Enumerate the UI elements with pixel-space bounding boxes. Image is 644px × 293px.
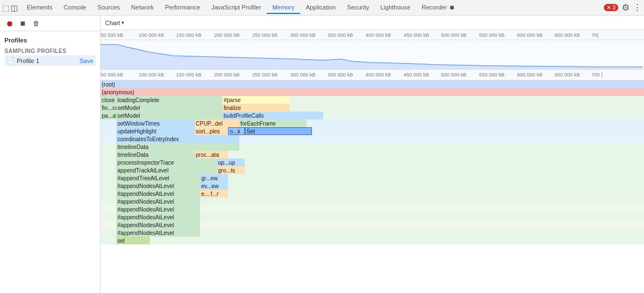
cell-empty6 [101, 158, 116, 166]
cell-setmodel1: setModel [116, 104, 222, 112]
flame-area[interactable]: (root) (anonymous) close loadingComplete… [101, 80, 644, 293]
cell-empty8 [101, 174, 116, 182]
tab-security[interactable]: Security [342, 2, 375, 14]
cell-empty3 [101, 135, 116, 143]
more-icon[interactable]: ⋮ [633, 2, 642, 13]
ruler-label-3: 200 000 kB [214, 32, 240, 38]
table-row[interactable]: #appendNodesAtLevel ev...ew [101, 182, 644, 190]
table-row[interactable]: #appendNodesAtLevel e... f...r [101, 190, 644, 198]
top-nav: ⬚ ◫ Elements Console Sources Network Per… [0, 0, 644, 16]
table-row[interactable]: #appendNodesAtLevel [101, 229, 644, 237]
devtools-icon-1[interactable]: ⬚ [2, 3, 10, 12]
spacer [101, 244, 644, 261]
bot-ruler-label-8: 450 000 kB [404, 72, 429, 78]
cell-empty7 [101, 166, 116, 174]
ruler-label-6: 350 000 kB [328, 32, 353, 38]
table-row[interactable]: (root) [101, 80, 644, 88]
profiles-title: Profiles [4, 35, 96, 46]
cell-appendnodes3: #appendNodesAtLevel [116, 198, 200, 205]
cell-empty5 [101, 151, 116, 158]
tab-sources[interactable]: Sources [92, 2, 125, 14]
tab-performance[interactable]: Performance [159, 2, 206, 14]
cell-cpup: CPUP...del [195, 119, 239, 127]
chart-svg [101, 40, 644, 69]
bot-ruler-label-5: 300 000 kB [290, 72, 316, 78]
cell-empty12 [101, 205, 116, 213]
cell-empty15 [101, 229, 116, 237]
cell-empty14 [101, 221, 116, 229]
tab-console[interactable]: Console [58, 2, 92, 14]
tab-js-profiler[interactable]: JavaScript Profiler [206, 2, 267, 14]
tab-recorder[interactable]: Recorder ⏺ [416, 2, 460, 14]
cell-process: processInspectorTrace [116, 158, 217, 166]
flame-table: (root) (anonymous) close loadingComplete… [101, 80, 644, 261]
devtools-icon-2[interactable]: ◫ [11, 3, 18, 12]
cell-proc: proc...ata [195, 151, 228, 158]
tab-memory[interactable]: Memory [267, 2, 300, 14]
table-row[interactable]: #appendNodesAtLevel [101, 221, 644, 229]
nav-right: ✕ 3 ⚙ ⋮ [604, 2, 642, 13]
cell-empty4 [101, 143, 116, 151]
table-row[interactable]: setWindowTimes CPUP...del forEachFrame [101, 119, 644, 127]
error-badge[interactable]: ✕ 3 [604, 4, 618, 11]
table-row[interactable]: #appendNodesAtLevel [101, 198, 644, 205]
ruler-label-9: 500 000 kB [441, 32, 467, 38]
cell-set: set [116, 237, 150, 244]
record-button[interactable]: ⏺ [4, 18, 15, 28]
table-row[interactable]: timelineData proc...ata [101, 151, 644, 158]
tab-application[interactable]: Application [300, 2, 342, 14]
stop-button[interactable]: ⏹ [18, 18, 28, 28]
chart-toolbar: Chart ▾ [101, 16, 644, 30]
table-row[interactable]: #appendNodesAtLevel [101, 205, 644, 213]
table-row[interactable]: updateHighlight sort...ples o...k Set [101, 127, 644, 135]
root-label: (root) [101, 80, 644, 88]
table-row[interactable]: appendTrackAtLevel gro...ts [101, 166, 644, 174]
cell-appendnodes1: #appendNodesAtLevel [116, 182, 200, 190]
ruler-label-10: 550 000 kB [479, 32, 505, 38]
table-row[interactable]: #appendTreeAtLevel gr...ew [101, 174, 644, 182]
table-row[interactable]: timelineData [101, 143, 644, 151]
ruler-label-1: 100 000 kB [139, 32, 164, 38]
table-row[interactable]: fin...ce setModel finalize [101, 104, 644, 112]
table-row[interactable]: #appendNodesAtLevel [101, 213, 644, 221]
profile-item[interactable]: 📄 Profile 1 Save [4, 55, 96, 66]
cell-appendtrack: appendTrackAtLevel [116, 166, 217, 174]
cell-evew: ev...ew [200, 182, 228, 190]
bot-ruler-label-1: 100 000 kB [139, 72, 164, 78]
bot-ruler-label-3: 200 000 kB [214, 72, 240, 78]
table-row[interactable]: close loadingComplete #parse [101, 96, 644, 104]
ruler-label-5: 300 000 kB [290, 32, 316, 38]
cell-setmodel2: setModel [116, 112, 222, 119]
delete-button[interactable]: 🗑 [31, 18, 41, 28]
cell-timelinedata1: timelineData [116, 143, 239, 151]
chart-dropdown-icon[interactable]: ▾ [121, 20, 124, 26]
cell-loading: loadingComplete [116, 96, 222, 104]
tab-elements[interactable]: Elements [21, 2, 58, 14]
cell-empty2 [101, 127, 116, 135]
profile-item-left: 📄 Profile 1 [7, 57, 39, 64]
settings-icon[interactable]: ⚙ [622, 2, 629, 13]
cell-gro: gro...ts [217, 166, 245, 174]
devtools-icons: ⬚ ◫ [2, 3, 18, 12]
table-row[interactable]: coordinatesToEntryIndex [101, 135, 644, 143]
chart-canvas[interactable] [101, 40, 644, 69]
table-row[interactable]: set [101, 237, 644, 244]
cell-appendnodes4: #appendNodesAtLevel [116, 205, 200, 213]
ruler-label-8: 450 000 kB [404, 32, 429, 38]
table-row[interactable]: pa...at setModel buildProfileCalls [101, 112, 644, 119]
save-button[interactable]: Save [79, 57, 93, 64]
ruler-label-2: 150 000 kB [176, 32, 202, 38]
profiles-section: Profiles SAMPLING PROFILES 📄 Profile 1 S… [0, 31, 100, 67]
ruler-label-13: 70( [591, 32, 599, 38]
chart-label: Chart [105, 20, 120, 26]
ruler-label-11: 600 000 kB [517, 32, 543, 38]
nav-tabs: Elements Console Sources Network Perform… [21, 2, 604, 14]
table-row[interactable]: (anonymous) [101, 88, 644, 96]
bot-ruler-label-10: 550 000 kB [479, 72, 505, 78]
bot-ruler-label-7: 400 000 kB [366, 72, 391, 78]
table-row[interactable]: processInspectorTrace up...up [101, 158, 644, 166]
profile-icon: 📄 [7, 57, 15, 64]
tab-lighthouse[interactable]: Lighthouse [375, 2, 416, 14]
cell-grew: gr...ew [200, 174, 228, 182]
tab-network[interactable]: Network [126, 2, 159, 14]
